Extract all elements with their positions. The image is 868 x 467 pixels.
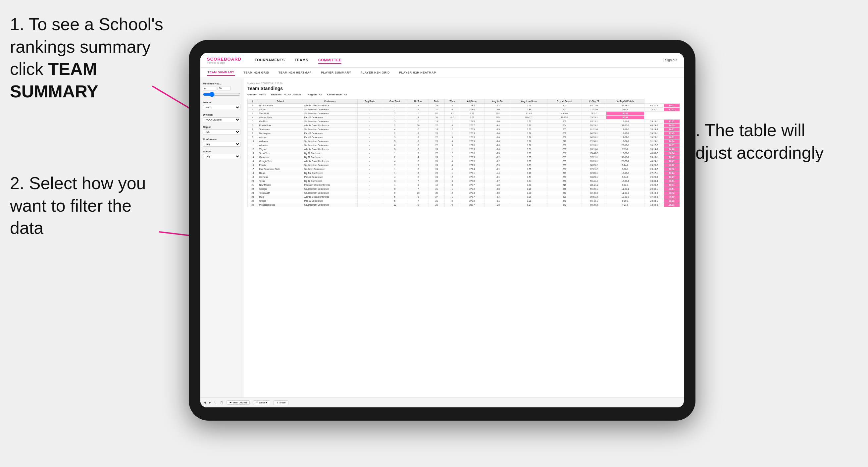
standings-table: # School Conference Reg Rank Conf Rank N… (247, 99, 680, 207)
table-row: 21New MexicoMountain West Conference-131… (248, 183, 680, 187)
table-row: 10AlabamaSoutheastern Conference-5823327… (248, 139, 680, 144)
annotation-2: 2. Select how you want to filter the dat… (10, 172, 156, 240)
sidebar-division: Division NCAA Division I NCAA Division I… (203, 113, 241, 122)
table-row: 15Georgia TechAtlantic Coast Conference-… (248, 159, 680, 163)
col-school: School (258, 99, 303, 104)
col-rank: # (248, 99, 258, 104)
table-row: 25OregonPac-12 Conference-57210279.5-3.1… (248, 199, 680, 203)
col-no-tour: No Tour (408, 99, 429, 104)
sidebar-division-label: Division (203, 113, 241, 116)
table-row: 24DukeAtlantic Coast Conference-59271279… (248, 195, 680, 199)
table-row: 5Ole MissSoutheastern Conference-3618127… (248, 120, 680, 124)
watch-button[interactable]: 👁 Watch ▾ (253, 400, 270, 405)
logo-scoreboard: SCOREBOARD (207, 57, 241, 62)
sidebar-min-input[interactable] (203, 86, 216, 90)
table-row: 7TennesseeSoutheastern Conference-461822… (248, 127, 680, 131)
share-button[interactable]: ⇧ Share (274, 400, 288, 405)
sidebar-school: School (All) (203, 150, 241, 159)
subnav-team-summary[interactable]: TEAM SUMMARY (207, 69, 235, 76)
annotation-3: 3. The table will adjust accordingly (686, 119, 851, 164)
table-row: 19CaliforniaPac-12 Conference-48242278.2… (248, 175, 680, 179)
view-original-button[interactable]: 👁 View: Original (226, 400, 250, 405)
table-row: 3VanderbiltSoutheastern Conference-25271… (248, 112, 680, 116)
col-overall: Overall Record (547, 99, 582, 104)
table-row: 12VirginiaAtlantic Coast Conference-3824… (248, 147, 680, 151)
col-vs-top50: Vs Top 50 Points (607, 99, 645, 104)
filter-conference: Conference: All (327, 93, 347, 96)
table-row: 14OklahomaBig 12 Conference-24242276.9-5… (248, 155, 680, 159)
col-wins: Wins (444, 99, 460, 104)
filter-division: Division: NCAA Division I (271, 93, 302, 96)
sidebar-conference-select[interactable]: (All) (203, 142, 241, 147)
tablet: SCOREBOARD Powered by clippi TOURNAMENTS… (189, 40, 695, 421)
subnav-team-h2h-heatmap[interactable]: TEAM H2H HEATMAP (278, 69, 312, 75)
nav-teams[interactable]: TEAMS (295, 57, 308, 64)
table-row: 16FloridaSoutheastern Conference-7924427… (248, 163, 680, 167)
toolbar: ◀ ▶ ↻ 📋 👁 View: Original 👁 Watch ▾ ⇧ Sha… (200, 398, 684, 407)
toolbar-copy: 📋 (220, 401, 223, 404)
table-title: Team Standings (247, 86, 680, 91)
tablet-screen: SCOREBOARD Powered by clippi TOURNAMENTS… (200, 53, 684, 407)
table-row: 8WashingtonPac-12 Conference-28231276.3-… (248, 131, 680, 135)
subnav-team-h2h-grid[interactable]: TEAM H2H GRID (243, 69, 270, 75)
sidebar-minimum-rounds: Minimum Rou... (203, 82, 241, 98)
filters-row: Gender: Men's Division: NCAA Division I … (247, 93, 680, 96)
col-adj-score: Adj Score (460, 99, 484, 104)
logo-sub: Powered by clippi (207, 62, 241, 64)
table-row: 2AuburnSoutheastern Conference-19276273.… (248, 107, 680, 112)
table-row: 13Texas TechBig 12 Conference-19272276.0… (248, 151, 680, 155)
toolbar-back: ◀ (204, 401, 206, 404)
main-content: Update time: 27/03/2024 16:56:26 Team St… (243, 78, 684, 398)
table-row: 17East Tennessee StateSouthern Conferenc… (248, 167, 680, 171)
annotation-1: 1. To see a School's rankings summary cl… (10, 13, 182, 103)
sidebar-min-rounds-label: Minimum Rou... (203, 82, 241, 85)
sidebar-rounds-slider[interactable] (203, 92, 241, 97)
sidebar-school-select[interactable]: (All) (203, 154, 241, 159)
subnav: TEAM SUMMARY TEAM H2H GRID TEAM H2H HEAT… (200, 68, 684, 78)
table-row: 23Texas A&MSoutheastern Conference-91030… (248, 191, 680, 195)
sidebar-conference: Conference (All) (203, 138, 241, 147)
col-reg-rank: Reg Rank (358, 99, 382, 104)
content-area: Minimum Rou... Gender Men's Women's D (200, 78, 684, 398)
table-row: 9ArizonaPac-12 Conference-38223276.3-6.6… (248, 135, 680, 139)
sign-out[interactable]: | Sign out (663, 58, 677, 62)
toolbar-forward: ▶ (209, 401, 211, 404)
sidebar-gender-select[interactable]: Men's Women's (203, 105, 241, 110)
col-avg-low: Avg. Low Score (511, 99, 548, 104)
table-row: 26Mississippi StateSoutheastern Conferen… (248, 203, 680, 207)
toolbar-refresh: ↻ (214, 401, 217, 404)
nav-tournaments[interactable]: TOURNAMENTS (255, 57, 285, 64)
update-time: Update time: 27/03/2024 16:56:26 (247, 82, 680, 85)
subnav-player-summary[interactable]: PLAYER SUMMARY (320, 69, 352, 75)
filter-gender: Gender: Men's (247, 93, 266, 96)
subnav-player-h2h-heatmap[interactable]: PLAYER H2H HEATMAP (398, 69, 437, 75)
filter-region: Region: All (308, 93, 322, 96)
subnav-player-h2h-grid[interactable]: PLAYER H2H GRID (360, 69, 391, 75)
logo-area: SCOREBOARD Powered by clippi (207, 57, 241, 64)
sidebar-region-label: Region (203, 126, 241, 128)
table-row: 11ArkansasSoutheastern Conference-682232… (248, 144, 680, 147)
sidebar-region-select[interactable]: N/A East West South Midwest (203, 129, 241, 134)
table-row: 20TexasBig 12 Conference-37205278.8-0.71… (248, 179, 680, 183)
nav-committee[interactable]: COMMITTEE (318, 57, 342, 64)
sidebar-max-input[interactable] (218, 86, 231, 90)
table-row: 4Arizona StatePac-12 Conference-1426-4.0… (248, 116, 680, 120)
sidebar-conference-label: Conference (203, 138, 241, 141)
col-rnds: Rnds (429, 99, 444, 104)
navbar: SCOREBOARD Powered by clippi TOURNAMENTS… (200, 53, 684, 68)
sidebar: Minimum Rou... Gender Men's Women's D (200, 78, 243, 398)
sidebar-gender-label: Gender (203, 101, 241, 104)
col-avg-to-par: Avg. to Par (485, 99, 511, 104)
sidebar-region: Region N/A East West South Midwest (203, 126, 241, 134)
table-row: 18IllinoisBig Ten Conference-13231279.1-… (248, 171, 680, 175)
col-conf-rank: Conf Rank (382, 99, 408, 104)
col-conference: Conference (303, 99, 357, 104)
col-vs-top25: Vs Top 25 (582, 99, 607, 104)
sidebar-division-select[interactable]: NCAA Division I NCAA Division II NCAA Di… (203, 117, 241, 122)
sidebar-school-label: School (203, 150, 241, 153)
table-row: 22GeorgiaSoutheastern Conference-8721127… (248, 187, 680, 191)
table-row: 6Florida StateAtlantic Coast Conference-… (248, 124, 680, 127)
table-row: 1North CarolinaAtlantic Coast Conference… (248, 104, 680, 107)
nav-items: TOURNAMENTS TEAMS COMMITTEE (255, 57, 653, 64)
sidebar-gender: Gender Men's Women's (203, 101, 241, 110)
